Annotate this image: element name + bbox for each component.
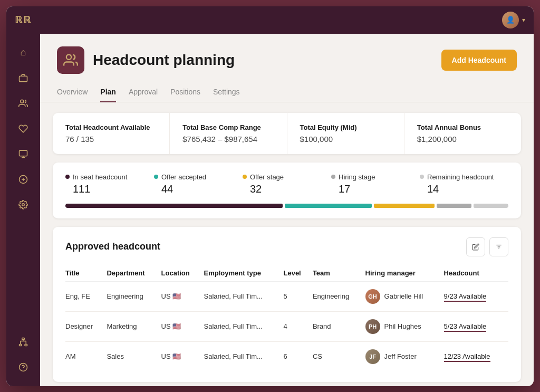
approved-header: Approved headcount xyxy=(65,237,508,256)
approved-table: Title Department Location Employment typ… xyxy=(65,265,508,371)
manager-cell: PH Phil Hughes xyxy=(365,319,438,334)
sidebar-item-settings[interactable] xyxy=(13,194,34,215)
user-menu-chevron[interactable]: ▾ xyxy=(522,16,525,24)
col-hiring-manager: Hiring manager xyxy=(365,265,444,282)
approved-headcount-section: Approved headcount xyxy=(53,227,521,382)
svg-rect-9 xyxy=(22,338,25,339)
row-location: US 🇺🇸 xyxy=(161,341,204,371)
metric-hiring-stage: Hiring stage 17 xyxy=(331,173,420,195)
stat-card-bonus: Total Annual Bonus $1,200,000 xyxy=(404,113,521,154)
tab-approval[interactable]: Approval xyxy=(129,82,158,102)
hiring-stage-label-text: Hiring stage xyxy=(339,173,375,181)
app-logo: ℝℝ xyxy=(15,14,32,26)
manager-avatar: GH xyxy=(365,289,380,304)
row-level: 5 xyxy=(283,281,312,311)
sidebar: ⌂ xyxy=(6,34,40,386)
page-title: Headcount planning xyxy=(93,52,235,69)
sidebar-item-briefcase[interactable] xyxy=(13,68,34,89)
sidebar-item-heart[interactable] xyxy=(13,118,34,139)
sidebar-item-help[interactable] xyxy=(13,357,34,378)
offer-stage-label-text: Offer stage xyxy=(250,173,284,181)
row-title: Designer xyxy=(65,311,107,341)
metric-offer-accepted: Offer accepted 44 xyxy=(154,173,243,195)
manager-avatar: PH xyxy=(365,319,380,334)
remaining-label-text: Remaining headcount xyxy=(427,173,494,181)
row-manager: JF Jeff Foster xyxy=(365,341,444,371)
row-department: Marketing xyxy=(107,311,161,341)
row-department: Sales xyxy=(107,341,161,371)
col-location: Location xyxy=(161,265,204,282)
sidebar-item-dollar[interactable] xyxy=(13,169,34,190)
remaining-dot xyxy=(420,175,424,179)
stat-label-comp: Total Base Comp Range xyxy=(182,123,274,131)
add-headcount-button[interactable]: Add Headcount xyxy=(441,50,517,71)
tab-overview[interactable]: Overview xyxy=(57,82,88,102)
row-headcount: 9/23 Available xyxy=(444,281,508,311)
headcount-value: 12/23 Available xyxy=(444,352,490,362)
row-headcount: 5/23 Available xyxy=(444,311,508,341)
manager-cell: JF Jeff Foster xyxy=(365,349,438,364)
progress-bar xyxy=(65,204,508,208)
col-employment-type: Employment type xyxy=(204,265,284,282)
filter-button[interactable] xyxy=(489,237,508,256)
stat-label-bonus: Total Annual Bonus xyxy=(417,123,508,131)
svg-rect-0 xyxy=(20,76,27,82)
table-row: Eng, FE Engineering US 🇺🇸 Salaried, Full… xyxy=(65,281,508,311)
svg-rect-11 xyxy=(25,344,27,346)
content-area: Headcount planning Add Headcount Overvie… xyxy=(40,34,534,386)
metric-offer-accepted-label: Offer accepted xyxy=(154,173,243,181)
col-title: Title xyxy=(65,265,107,282)
stat-value-bonus: $1,200,000 xyxy=(417,135,508,144)
sidebar-item-home[interactable]: ⌂ xyxy=(13,42,34,63)
stat-card-comp: Total Base Comp Range $765,432 – $987,65… xyxy=(170,113,287,154)
progress-remaining xyxy=(474,204,508,208)
manager-name: Gabrielle Hill xyxy=(384,292,423,300)
svg-point-8 xyxy=(22,203,25,206)
offer-stage-dot xyxy=(243,175,247,179)
sidebar-item-people[interactable] xyxy=(13,93,34,114)
row-team: Brand xyxy=(313,311,365,341)
progress-offer-accepted xyxy=(285,204,372,208)
row-title: AM xyxy=(65,341,107,371)
stat-card-equity: Total Equity (Mid) $100,000 xyxy=(287,113,404,154)
offer-stage-value: 32 xyxy=(243,183,331,195)
tab-settings[interactable]: Settings xyxy=(213,82,240,102)
row-manager: PH Phil Hughes xyxy=(365,311,444,341)
table-header-row: Title Department Location Employment typ… xyxy=(65,265,508,282)
edit-button[interactable] xyxy=(466,237,485,256)
tab-plan[interactable]: Plan xyxy=(100,82,116,102)
approved-actions xyxy=(466,237,508,256)
metric-remaining: Remaining headcount 14 xyxy=(420,173,508,195)
metric-hiring-stage-label: Hiring stage xyxy=(331,173,420,181)
row-manager: GH Gabrielle Hill xyxy=(365,281,444,311)
hiring-stage-value: 17 xyxy=(331,183,420,195)
sidebar-item-org[interactable] xyxy=(13,331,34,352)
row-level: 6 xyxy=(283,341,312,371)
metric-remaining-label: Remaining headcount xyxy=(420,173,508,181)
page-header: Headcount planning Add Headcount xyxy=(40,34,534,82)
metric-in-seat: In seat headcount 111 xyxy=(65,173,154,195)
table-body: Eng, FE Engineering US 🇺🇸 Salaried, Full… xyxy=(65,281,508,371)
metric-offer-stage: Offer stage 32 xyxy=(243,173,331,195)
stat-value-headcount: 76 / 135 xyxy=(65,135,157,144)
svg-point-1 xyxy=(21,100,24,103)
headcount-badge: 12/23 Available xyxy=(444,352,502,360)
in-seat-dot xyxy=(65,175,70,179)
manager-name: Jeff Foster xyxy=(384,352,417,360)
row-team: CS xyxy=(313,341,365,371)
row-employment-type: Salaried, Full Tim... xyxy=(204,281,284,311)
metric-in-seat-label: In seat headcount xyxy=(65,173,154,181)
titlebar: ℝℝ 👤 ▾ xyxy=(6,6,534,34)
titlebar-right: 👤 ▾ xyxy=(502,12,525,28)
row-level: 4 xyxy=(283,311,312,341)
table-row: AM Sales US 🇺🇸 Salaried, Full Tim... 6 C… xyxy=(65,341,508,371)
page-icon xyxy=(57,46,84,74)
user-avatar[interactable]: 👤 xyxy=(502,12,519,28)
manager-cell: GH Gabrielle Hill xyxy=(365,289,438,304)
manager-name: Phil Hughes xyxy=(384,322,421,330)
sidebar-item-monitor[interactable] xyxy=(13,144,34,165)
manager-avatar: JF xyxy=(365,349,380,364)
tab-positions[interactable]: Positions xyxy=(170,82,200,102)
main-layout: ⌂ xyxy=(6,34,534,386)
stat-value-comp: $765,432 – $987,654 xyxy=(182,135,274,144)
